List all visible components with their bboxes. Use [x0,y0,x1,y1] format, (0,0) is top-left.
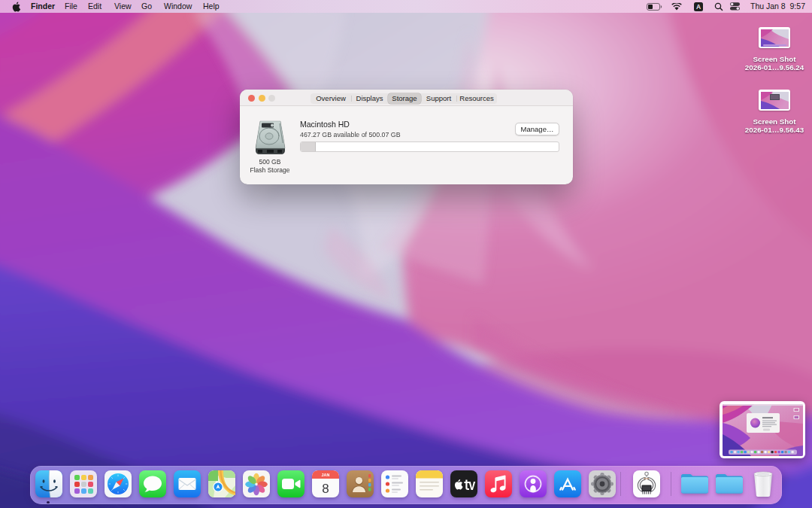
svg-text:JAN: JAN [322,473,330,477]
svg-text:A: A [696,3,701,11]
svg-text:8: 8 [322,482,329,496]
svg-text:d4m1: d4m1 [644,477,649,480]
